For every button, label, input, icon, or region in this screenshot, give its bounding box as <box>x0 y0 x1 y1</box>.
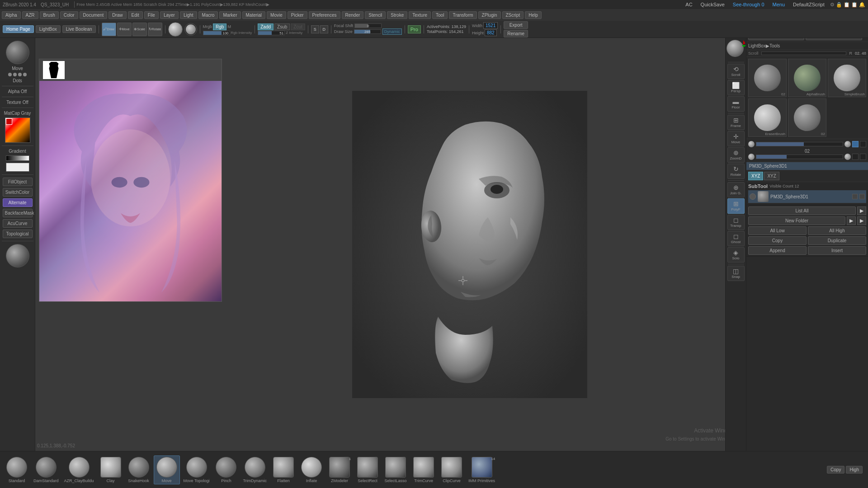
pm3d-row[interactable]: PM3D_Sphere3D1 <box>746 162 868 170</box>
fill-object-btn[interactable]: FillObject <box>3 178 33 186</box>
brush-zmodeler[interactable]: ZModeler 1 <box>326 456 353 484</box>
brush-size-slider[interactable] <box>756 142 843 146</box>
fill-color-box[interactable] <box>6 163 29 172</box>
list-all-btn[interactable]: List All <box>748 206 856 215</box>
subtool-vis[interactable] <box>859 194 865 199</box>
menu-draw[interactable]: Draw <box>108 11 126 19</box>
gradient-box[interactable] <box>6 155 29 161</box>
join-g-btn[interactable]: ⊕ Join G. <box>727 182 745 197</box>
scale-btn[interactable]: ⊕Scale <box>132 23 147 36</box>
new-folder-arrow[interactable]: ▶ <box>847 216 856 225</box>
gradient-label[interactable]: Gradient <box>9 149 26 154</box>
menu-picker[interactable]: Picker <box>288 11 307 19</box>
polyf-btn[interactable]: ⊞ PolyF <box>727 198 745 214</box>
export-btn[interactable]: Export <box>504 21 528 29</box>
toggle-2[interactable] <box>860 141 866 147</box>
list-all-arrow[interactable]: ▶ <box>857 206 866 215</box>
brush-selectrect[interactable]: SelectRect <box>354 456 381 484</box>
zoom3d-btn[interactable]: ⊕ ZoomD <box>727 147 745 163</box>
rename-btn[interactable]: Rename <box>504 30 528 38</box>
menu-stroke[interactable]: Stroke <box>387 11 407 19</box>
move-mode-btn[interactable]: ✛Move <box>117 23 132 36</box>
menu-zscript[interactable]: ZScript <box>502 11 524 19</box>
menu-color[interactable]: Color <box>60 11 78 19</box>
menu-alpha[interactable]: Alpha <box>2 11 21 19</box>
subtool-eye-toggle[interactable] <box>750 193 756 200</box>
brush-name-label[interactable]: Move <box>12 66 23 71</box>
xyz-btn[interactable]: XYZ <box>748 172 763 180</box>
menu-quicksave[interactable]: QuickSave <box>698 1 727 8</box>
toggle-4[interactable] <box>860 154 866 160</box>
home-page-button[interactable]: Home Page <box>3 25 34 33</box>
all-low-btn[interactable]: All Low <box>748 226 807 235</box>
brush-move[interactable]: Move <box>154 455 180 484</box>
dots-label[interactable]: Dots <box>13 78 22 83</box>
brush-thumb-02b[interactable]: 02 <box>788 99 826 137</box>
rotate-btn[interactable]: ↻Rotate <box>148 23 162 36</box>
brush-thumb-simplebrush[interactable]: SimpleBrush <box>828 59 866 97</box>
menu-seethrough[interactable]: See-through 0 <box>730 1 767 8</box>
topological-btn[interactable]: Topological <box>3 230 33 238</box>
brush-preview[interactable] <box>6 41 29 64</box>
menu-tool[interactable]: Tool <box>432 11 448 19</box>
menu-edit[interactable]: Edit <box>128 11 143 19</box>
live-boolean-button[interactable]: Live Boolean <box>62 25 96 33</box>
menu-layer[interactable]: Layer <box>160 11 179 19</box>
viewport-mini-nav[interactable] <box>726 40 745 59</box>
new-folder-arrow2[interactable]: ▶ <box>857 216 866 225</box>
frame-btn[interactable]: ⊞ Frame <box>727 115 745 130</box>
menu-macro[interactable]: Macro <box>198 11 218 19</box>
brush-flatten[interactable]: Flatten <box>270 456 297 484</box>
menu-texture[interactable]: Texture <box>409 11 431 19</box>
rgb-button[interactable]: Rgb <box>213 23 226 30</box>
subtool-item-0[interactable]: PM3D_Sphere3D1 <box>748 190 866 203</box>
menu-defaultzscript[interactable]: DefaultZScript <box>790 1 827 8</box>
menu-light[interactable]: Light <box>180 11 197 19</box>
brush-thumb-eraserbrush[interactable]: EraserBrush <box>748 99 787 137</box>
scroll-slider[interactable] <box>761 52 847 55</box>
alpha-off-label[interactable]: Alpha Off <box>8 89 27 94</box>
zadd-button[interactable]: Zadd <box>258 23 274 30</box>
lightbox-tools-btn[interactable]: LightBox▶Tools <box>748 43 780 48</box>
new-folder-btn[interactable]: New Folder <box>748 216 845 225</box>
brush-damstandard[interactable]: DamStandard <box>32 456 61 484</box>
brush-thumb-alphabrush[interactable]: AlphaBrush <box>788 59 826 97</box>
transp-btn[interactable]: ◻ Transp <box>727 215 745 230</box>
all-high-btn[interactable]: All High <box>808 226 866 235</box>
duplicate-btn[interactable]: Duplicate <box>808 236 866 245</box>
rotate-view-btn[interactable]: ↻ Rotate <box>727 164 745 179</box>
pro-button[interactable]: Pro <box>408 25 421 33</box>
toggle-1[interactable] <box>852 141 859 147</box>
width-input[interactable]: 1521 <box>483 22 498 29</box>
brush-azr-claybuildu[interactable]: AZR_ClayBuildu <box>62 456 96 484</box>
menu-brush[interactable]: Brush <box>40 11 59 19</box>
menu-azr[interactable]: AZR <box>22 11 38 19</box>
append-btn[interactable]: Append <box>748 246 807 255</box>
menu-ac[interactable]: AC <box>683 1 695 8</box>
copy-subtool-btn[interactable]: Copy <box>748 236 807 245</box>
menu-help[interactable]: Help <box>525 11 542 19</box>
xyz-btn-2[interactable]: XYZ <box>764 172 779 180</box>
solo-btn[interactable]: ◈ Solo <box>727 247 745 263</box>
ghost-btn[interactable]: ◻ Ghost <box>727 231 745 246</box>
sphere-preview[interactable] <box>6 244 29 267</box>
scroll-btn[interactable]: ⟲ Scroll <box>727 64 745 79</box>
brush-standard[interactable]: Standard <box>4 456 30 484</box>
brush-inflate[interactable]: Inflate <box>298 456 325 484</box>
menu-movie[interactable]: Movie <box>267 11 286 19</box>
color-picker[interactable] <box>5 117 30 143</box>
brush-trimcurve[interactable]: TrimCurve <box>410 456 437 484</box>
menu-zplugin[interactable]: ZPlugin <box>478 11 501 19</box>
brush-snakehook[interactable]: SnakeHook <box>126 456 152 484</box>
brush-selectlasso[interactable]: SelectLasso <box>382 456 409 484</box>
s-button[interactable]: S <box>311 25 319 33</box>
brush-clipcurve[interactable]: ClipCurve <box>439 456 465 484</box>
menu-file[interactable]: File <box>144 11 159 19</box>
backface-mask-btn[interactable]: BackfaceMask <box>3 209 33 217</box>
brush-clay[interactable]: Clay <box>98 456 124 484</box>
alternate-btn[interactable]: Alternate <box>3 198 33 207</box>
brush-intensity-slider[interactable] <box>756 155 843 159</box>
acucurve-btn[interactable]: AcuCurve <box>3 219 33 228</box>
brush-move-topologi[interactable]: Move Topologi <box>182 456 212 484</box>
3d-viewport[interactable] <box>193 38 746 451</box>
